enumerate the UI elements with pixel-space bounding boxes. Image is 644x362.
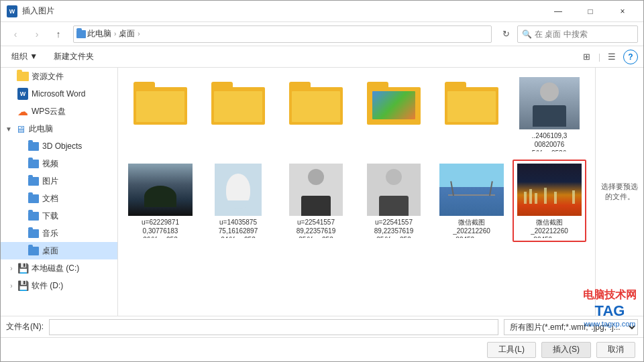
- ghost-image: [215, 164, 262, 216]
- ghost-shape: [226, 174, 250, 206]
- pc-folder-icon: [76, 30, 86, 38]
- new-folder-button[interactable]: 新建文件夹: [48, 49, 99, 65]
- window-controls: — □ ×: [543, 1, 638, 22]
- expand-icon: [17, 228, 28, 239]
- address-segment-pc: 此电脑: [76, 28, 111, 40]
- sidebar-item-desktop[interactable]: 桌面: [1, 242, 117, 259]
- file-item-11[interactable]: 微信截图_20221226082453.png: [435, 160, 508, 242]
- folder-thumbnail: [133, 82, 187, 125]
- address-segment-desktop: 桌面: [119, 28, 135, 40]
- file-thumb-5: [439, 77, 504, 129]
- folder-icon: [17, 71, 29, 82]
- sidebar-item-disk-d[interactable]: › 💾 软件 (D:): [1, 277, 117, 294]
- help-button[interactable]: ?: [623, 50, 638, 64]
- search-bar[interactable]: 🔍: [517, 25, 638, 43]
- expand-icon: ›: [6, 280, 17, 291]
- view-icon-button[interactable]: ⊞: [578, 48, 596, 66]
- sidebar-item-word[interactable]: W Microsoft Word: [1, 85, 117, 103]
- right-panel-text: 选择要预选的文件。: [601, 182, 638, 202]
- sidebar-item-label: 3D Objects: [42, 141, 82, 151]
- folder-music-icon: [28, 228, 40, 239]
- expand-icon: [17, 245, 28, 256]
- search-input[interactable]: [535, 29, 635, 39]
- sidebar-item-disk-c[interactable]: › 💾 本地磁盘 (C:): [1, 259, 117, 277]
- file-item-10[interactable]: u=2254155789,2235761935&fm=253&fmt=auto&…: [357, 160, 431, 242]
- file-item-8[interactable]: u=1403587575,1616289704&fm=253&fmt=auto&…: [201, 160, 275, 242]
- file-item-2[interactable]: [201, 73, 275, 156]
- filename-label: 文件名(N):: [6, 321, 44, 333]
- file-thumb-6: [517, 77, 582, 129]
- file-item-1[interactable]: [123, 73, 197, 156]
- file-item-3[interactable]: [279, 73, 353, 156]
- sidebar-item-label: 此电脑: [29, 123, 53, 135]
- tools-button[interactable]: 工具(L): [487, 342, 536, 358]
- disk-c-icon: 💾: [17, 263, 29, 274]
- nav-bar: ‹ › ↑ 此电脑 › 桌面 › ↻ 🔍: [1, 22, 643, 46]
- watermark-line1: 电脑技术网: [583, 288, 637, 302]
- file-thumb-2: [206, 77, 270, 129]
- file-area: ..2406109,3008200765&fm=253&fmt=auto&app…: [118, 68, 595, 316]
- sidebar-item-pictures[interactable]: 图片: [1, 172, 117, 190]
- sidebar-item-resources[interactable]: 资源文件: [1, 68, 117, 85]
- expand-icon: [17, 141, 28, 152]
- file-item-5[interactable]: [435, 73, 508, 156]
- sidebar-item-label: 文档: [42, 193, 58, 204]
- file-item-4[interactable]: [357, 73, 431, 156]
- forward-button[interactable]: ›: [28, 25, 46, 44]
- toolbar: 组织 ▼ 新建文件夹 ⊞ | ☰ ?: [1, 46, 643, 68]
- file-name-7: u=622298710,3077618326&fm=253&fmt=auto&a…: [127, 218, 193, 238]
- file-item-7[interactable]: u=622298710,3077618326&fm=253&fmt=auto&a…: [123, 160, 197, 242]
- insert-image-dialog: W 插入图片 — □ × ‹ › ↑ 此电脑 › 桌面 › ↻ 🔍: [0, 0, 644, 362]
- file-item-6[interactable]: ..2406109,3008200765&fm=253&fmt=auto&app…: [513, 73, 586, 156]
- file-thumb-10: [362, 164, 426, 216]
- sidebar-item-label: 下载: [42, 210, 58, 222]
- sidebar-item-video[interactable]: 视频: [1, 155, 117, 172]
- address-desktop-label: 桌面: [119, 28, 135, 40]
- address-arrow2: ›: [138, 30, 140, 38]
- refresh-button[interactable]: ↻: [497, 25, 515, 43]
- sidebar-item-3d[interactable]: 3D Objects: [1, 137, 117, 155]
- folder-downloads-icon: [28, 210, 40, 221]
- filename-input[interactable]: [49, 319, 498, 335]
- insert-button[interactable]: 插入(S): [541, 342, 591, 358]
- maximize-button[interactable]: □: [575, 1, 606, 22]
- cancel-button[interactable]: 取消: [596, 342, 635, 358]
- back-button[interactable]: ‹: [6, 25, 25, 44]
- sidebar-item-documents[interactable]: 文档: [1, 190, 117, 207]
- expand-icon: ▼: [3, 123, 14, 134]
- file-name-8: u=1403587575,1616289704&fm=253&fmt=auto&…: [205, 218, 271, 238]
- expand-icon: ›: [6, 263, 17, 274]
- sidebar-item-downloads[interactable]: 下载: [1, 207, 117, 225]
- watermark-line3: www.tagxp.com: [583, 320, 637, 328]
- sidebar: 资源文件 W Microsoft Word ☁ WPS云盘 ▼: [1, 68, 118, 316]
- view-list-button[interactable]: ☰: [603, 48, 621, 66]
- sidebar-item-this-pc[interactable]: ▼ 🖥 此电脑: [1, 120, 117, 137]
- action-bar: 工具(L) 插入(S) 取消: [1, 337, 643, 361]
- file-item-9[interactable]: u=2254155789,2235761935&fm=253&fmt=auto&…: [279, 160, 353, 242]
- sidebar-item-label: 音乐: [42, 228, 58, 239]
- view-separator: |: [598, 52, 600, 62]
- file-name-10: u=2254155789,2235761935&fm=253&fmt=auto&…: [361, 218, 427, 238]
- file-thumb-1: [128, 77, 193, 129]
- organize-button[interactable]: 组织 ▼: [6, 49, 43, 65]
- expand-icon: [17, 158, 28, 169]
- toolbar-right: ⊞ | ☰ ?: [578, 48, 638, 66]
- sidebar-item-wps[interactable]: ☁ WPS云盘: [1, 103, 117, 120]
- sidebar-item-label: 桌面: [42, 245, 58, 257]
- folder-thumbnail: [445, 82, 498, 125]
- up-button[interactable]: ↑: [49, 25, 68, 44]
- file-thumb-8: [206, 164, 270, 216]
- close-button[interactable]: ×: [607, 1, 638, 22]
- minimize-button[interactable]: —: [543, 1, 574, 22]
- dialog-title: 插入图片: [22, 5, 543, 17]
- sidebar-item-music[interactable]: 音乐: [1, 225, 117, 242]
- pc-icon: 🖥: [14, 123, 26, 134]
- file-thumb-9: [284, 164, 348, 216]
- file-thumb-11: [439, 164, 504, 216]
- sidebar-item-label: 视频: [42, 158, 58, 170]
- folder-thumbnail-colorful: [367, 82, 421, 125]
- folder-thumbnail: [211, 82, 265, 125]
- word-icon: W: [7, 5, 17, 17]
- address-bar[interactable]: 此电脑 › 桌面 ›: [73, 25, 492, 43]
- file-item-12[interactable]: 微信截图_20221226082450.png: [513, 160, 586, 242]
